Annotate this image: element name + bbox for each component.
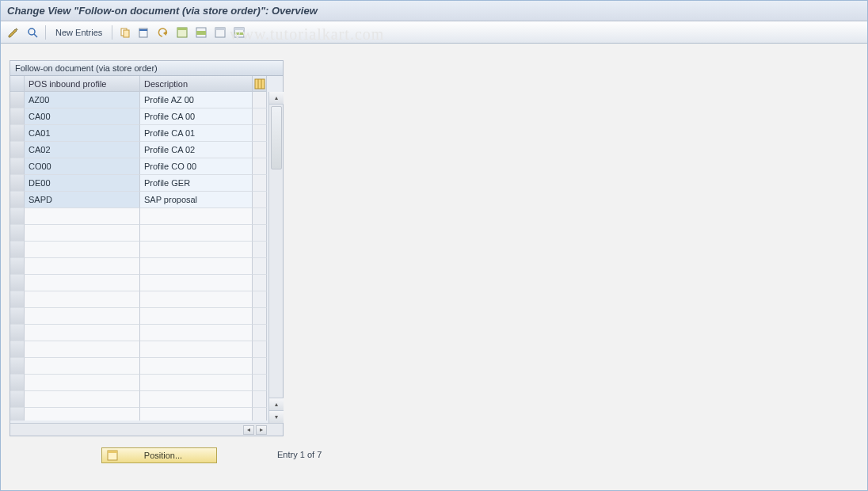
row-selector[interactable] [10,291,25,308]
column-select-all[interactable] [10,76,25,92]
cell-description[interactable]: Profile CA 01 [140,125,253,142]
table-row[interactable] [10,358,283,375]
scroll-down-icon[interactable]: ▴ [269,398,284,410]
cell-profile[interactable] [25,258,140,275]
cell-description[interactable] [140,341,253,358]
configure-columns-icon[interactable] [253,76,267,92]
table-row[interactable] [10,375,283,391]
row-selector[interactable] [10,341,25,358]
row-selector[interactable] [10,125,25,142]
cell-description[interactable]: Profile AZ 00 [140,92,253,108]
table-row[interactable] [10,208,283,225]
column-header-profile[interactable]: POS inbound profile [25,76,140,92]
cell-description[interactable] [140,408,253,421]
cell-description[interactable]: Profile CA 02 [140,142,253,158]
table-row[interactable] [10,291,283,308]
cell-description[interactable] [140,325,253,341]
cell-profile[interactable]: SAPD [25,192,140,208]
cell-profile[interactable] [25,208,140,225]
row-selector[interactable] [10,358,25,375]
horizontal-scrollbar[interactable]: ◂ ▸ [10,423,283,436]
cell-description[interactable] [140,291,253,308]
delete-icon[interactable] [136,25,152,40]
cell-profile[interactable]: CO00 [25,158,140,175]
cell-profile[interactable]: CA02 [25,142,140,158]
table-row[interactable] [10,408,283,421]
row-selector[interactable] [10,108,25,125]
column-header-description[interactable]: Description [140,76,253,92]
cell-description[interactable] [140,225,253,242]
cell-profile[interactable]: CA00 [25,108,140,125]
table-row[interactable] [10,391,283,408]
scroll-up-icon[interactable]: ▴ [269,92,284,105]
scroll-left-icon[interactable]: ◂ [243,425,254,435]
cell-profile[interactable] [25,308,140,325]
table-row[interactable]: CA01Profile CA 01 [10,125,283,142]
table-row[interactable]: AZ00Profile AZ 00 [10,92,283,108]
scroll-thumb[interactable] [271,106,282,169]
row-selector[interactable] [10,208,25,225]
cell-description[interactable]: Profile CA 00 [140,108,253,125]
cell-description[interactable]: Profile CO 00 [140,158,253,175]
table-settings-icon[interactable] [231,25,247,40]
cell-profile[interactable] [25,341,140,358]
cell-profile[interactable] [25,408,140,421]
table-row[interactable]: CO00Profile CO 00 [10,158,283,175]
row-selector[interactable] [10,308,25,325]
table-row[interactable]: CA02Profile CA 02 [10,142,283,158]
cell-profile[interactable] [25,375,140,391]
deselect-all-icon[interactable] [212,25,228,40]
row-selector[interactable] [10,158,25,175]
row-selector[interactable] [10,258,25,275]
cell-profile[interactable] [25,391,140,408]
row-selector[interactable] [10,192,25,208]
cell-description[interactable]: Profile GER [140,175,253,192]
scroll-down-icon-2[interactable]: ▾ [269,410,284,423]
cell-profile[interactable] [25,358,140,375]
select-all-icon[interactable] [174,25,190,40]
table-row[interactable] [10,275,283,291]
row-selector[interactable] [10,225,25,242]
select-block-icon[interactable] [193,25,209,40]
cell-description[interactable] [140,242,253,258]
cell-description[interactable] [140,358,253,375]
row-selector[interactable] [10,242,25,258]
table-row[interactable]: DE00Profile GER [10,175,283,192]
table-row[interactable] [10,308,283,325]
row-selector[interactable] [10,92,25,108]
position-button[interactable]: Position... [101,447,217,463]
cell-description[interactable] [140,308,253,325]
copy-as-icon[interactable] [117,25,133,40]
table-row[interactable] [10,242,283,258]
row-selector[interactable] [10,175,25,192]
new-entries-button[interactable]: New Entries [51,28,107,37]
table-row[interactable] [10,341,283,358]
table-row[interactable] [10,325,283,341]
table-row[interactable]: CA00Profile CA 00 [10,108,283,125]
cell-profile[interactable] [25,325,140,341]
details-icon[interactable] [25,25,40,40]
cell-description[interactable] [140,275,253,291]
row-selector[interactable] [10,275,25,291]
cell-description[interactable] [140,258,253,275]
toggle-change-mode-icon[interactable] [6,25,21,40]
row-selector[interactable] [10,142,25,158]
cell-description[interactable] [140,208,253,225]
cell-description[interactable] [140,375,253,391]
undo-change-icon[interactable] [155,25,171,40]
cell-description[interactable] [140,391,253,408]
cell-description[interactable]: SAP proposal [140,192,253,208]
cell-profile[interactable]: CA01 [25,125,140,142]
cell-profile[interactable] [25,275,140,291]
row-selector[interactable] [10,391,25,408]
cell-profile[interactable]: AZ00 [25,92,140,108]
cell-profile[interactable] [25,225,140,242]
table-row[interactable] [10,258,283,275]
row-selector[interactable] [10,325,25,341]
cell-profile[interactable]: DE00 [25,175,140,192]
vertical-scrollbar[interactable]: ▴ ▴ ▾ [268,92,283,423]
table-row[interactable]: SAPDSAP proposal [10,192,283,208]
cell-profile[interactable] [25,242,140,258]
table-row[interactable] [10,225,283,242]
cell-profile[interactable] [25,291,140,308]
